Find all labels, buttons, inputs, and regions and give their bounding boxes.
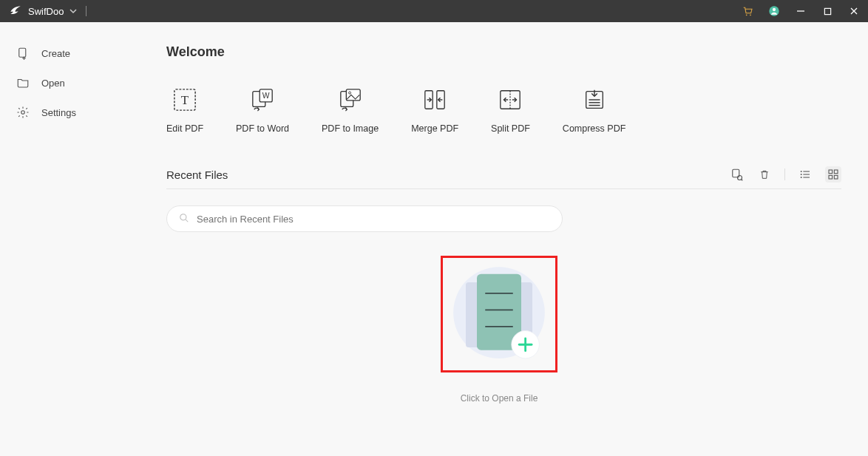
pdf-to-word-icon: W	[251, 88, 274, 112]
swifdoo-logo-icon	[9, 4, 22, 18]
gear-icon	[16, 106, 30, 119]
svg-rect-44	[829, 175, 833, 179]
list-view-icon[interactable]	[797, 166, 813, 183]
create-icon	[16, 47, 30, 60]
qa-label: Compress PDF	[563, 123, 625, 134]
svg-rect-43	[834, 170, 838, 174]
sidebar-item-label: Open	[41, 78, 65, 89]
qa-label: PDF to Word	[236, 123, 289, 134]
quick-actions: T Edit PDF W PDF to Word PDF to Image	[166, 88, 841, 134]
svg-rect-45	[834, 175, 838, 179]
svg-text:W: W	[262, 92, 270, 100]
recent-tools	[728, 166, 841, 183]
sidebar-item-create[interactable]: Create	[7, 38, 144, 68]
qa-pdf-to-word[interactable]: W PDF to Word	[236, 88, 289, 134]
titlebar-separator	[86, 6, 87, 16]
trash-icon[interactable]	[756, 166, 773, 183]
svg-point-36	[801, 171, 802, 172]
dropdown-chevron-icon[interactable]	[69, 7, 77, 15]
sidebar-item-open[interactable]: Open	[7, 68, 144, 98]
page-title: Welcome	[166, 44, 841, 60]
svg-text:T: T	[181, 93, 189, 107]
cart-icon[interactable]	[739, 3, 756, 19]
split-pdf-icon	[498, 88, 522, 112]
maximize-button[interactable]	[819, 3, 835, 19]
qa-label: Split PDF	[491, 123, 530, 134]
user-avatar-icon[interactable]	[766, 3, 782, 19]
open-file-area: Click to Open a File	[388, 256, 610, 404]
qa-compress-pdf[interactable]: Compress PDF	[563, 88, 625, 134]
open-file-caption: Click to Open a File	[461, 393, 538, 404]
edit-pdf-icon: T	[173, 88, 197, 112]
close-button[interactable]	[846, 3, 862, 19]
main-area: Create Open Settings Welcome T Edit PDF	[0, 22, 868, 456]
svg-rect-5	[824, 8, 830, 14]
compress-pdf-icon	[583, 88, 606, 112]
svg-point-34	[738, 176, 742, 180]
svg-point-11	[21, 111, 25, 115]
svg-point-1	[750, 14, 751, 16]
pin-icon[interactable]	[728, 166, 745, 183]
svg-point-0	[746, 14, 747, 16]
recent-title: Recent Files	[166, 169, 228, 181]
svg-rect-8	[19, 48, 26, 57]
sidebar-item-settings[interactable]: Settings	[7, 98, 144, 127]
search-container[interactable]	[166, 205, 563, 232]
qa-merge-pdf[interactable]: Merge PDF	[411, 88, 458, 134]
titlebar-right	[739, 3, 862, 19]
sidebar-item-label: Create	[41, 48, 70, 59]
titlebar: SwifDoo	[0, 0, 868, 22]
sidebar-item-label: Settings	[41, 107, 76, 118]
recent-header: Recent Files	[166, 166, 841, 183]
svg-point-40	[801, 177, 802, 178]
svg-rect-42	[829, 170, 833, 174]
svg-point-3	[773, 8, 776, 11]
minimize-button[interactable]	[793, 3, 809, 19]
svg-rect-18	[346, 89, 360, 101]
titlebar-left: SwifDoo	[9, 4, 89, 18]
qa-split-pdf[interactable]: Split PDF	[491, 88, 530, 134]
merge-pdf-icon	[423, 88, 447, 112]
divider	[166, 188, 841, 189]
recent-tools-separator	[784, 169, 785, 180]
qa-label: PDF to Image	[322, 123, 379, 134]
svg-line-47	[186, 219, 189, 222]
pdf-to-image-icon	[339, 88, 362, 112]
svg-point-38	[801, 174, 802, 175]
search-icon	[179, 213, 189, 225]
svg-line-35	[742, 180, 743, 181]
sidebar: Create Open Settings	[0, 22, 152, 456]
open-folder-icon	[16, 76, 30, 89]
qa-label: Merge PDF	[411, 123, 458, 134]
search-input[interactable]	[197, 214, 550, 225]
qa-pdf-to-image[interactable]: PDF to Image	[322, 88, 379, 134]
qa-label: Edit PDF	[166, 123, 203, 134]
svg-point-46	[180, 214, 186, 220]
qa-edit-pdf[interactable]: T Edit PDF	[166, 88, 203, 134]
content: Welcome T Edit PDF W PDF to Word PDF to …	[152, 22, 868, 456]
app-title: SwifDoo	[28, 6, 64, 17]
open-file-card[interactable]	[441, 256, 557, 372]
grid-view-icon[interactable]	[825, 166, 841, 183]
